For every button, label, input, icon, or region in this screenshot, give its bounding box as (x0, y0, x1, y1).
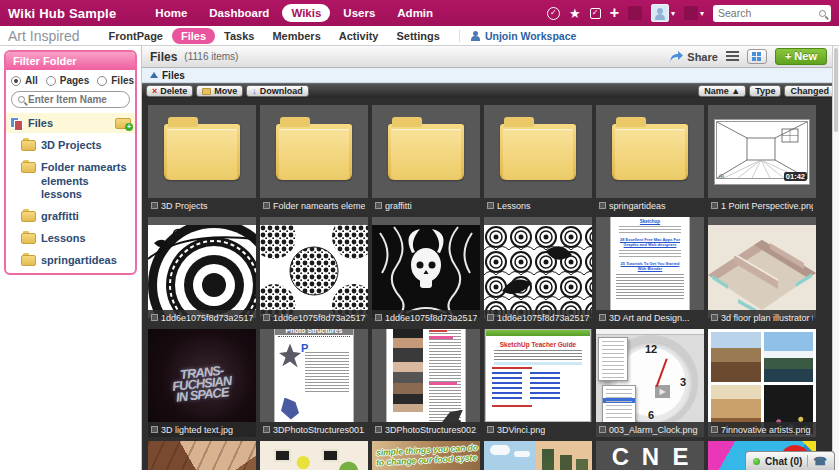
tab-frontpage[interactable]: FrontPage (100, 28, 172, 44)
tab-tasks[interactable]: Tasks (215, 28, 263, 44)
move-label: Move (214, 86, 237, 96)
radio-files[interactable] (97, 76, 107, 86)
file-tile[interactable]: 12 3 6 ▶ 003_Alarm_Clock.png (596, 329, 704, 437)
nav-wikis[interactable]: Wikis (282, 4, 330, 22)
phone-icon[interactable]: ☎ (813, 456, 827, 467)
tree-folder-graffitti[interactable]: graffitti (11, 206, 130, 228)
tasks-check-icon[interactable]: ✓ (590, 8, 601, 19)
tile-checkbox[interactable] (263, 314, 270, 321)
tile-checkbox[interactable] (599, 314, 606, 321)
unjoin-workspace-button[interactable]: Unjoin Workspace (459, 30, 576, 42)
avatar[interactable] (651, 4, 669, 22)
file-tile[interactable]: 1dd6e1075f8d73a2517e82... (260, 217, 368, 325)
breadcrumb-files[interactable]: Files (162, 70, 185, 81)
tile-checkbox[interactable] (151, 202, 158, 209)
tile-checkbox[interactable] (711, 202, 718, 209)
nav-home[interactable]: Home (146, 4, 196, 22)
tile-checkbox[interactable] (375, 426, 382, 433)
file-tile[interactable]: springartideas (596, 105, 704, 213)
chat-bar[interactable]: Chat (0) ☎ (745, 451, 835, 470)
tab-settings[interactable]: Settings (388, 28, 449, 44)
sort-changed-button[interactable]: Changed (784, 85, 835, 97)
tile-checkbox[interactable] (151, 314, 158, 321)
search-input[interactable] (718, 7, 819, 19)
file-tile[interactable] (484, 441, 592, 470)
file-tile[interactable]: Sketchup 28 Excellent Free Mac Apps For … (596, 217, 704, 325)
tile-checkbox[interactable] (263, 202, 270, 209)
new-button[interactable]: + New (775, 48, 827, 65)
tree-folder-namearts[interactable]: Folder namearts elements lessons (11, 157, 130, 206)
file-tile[interactable]: 1dd6e1075f8d73a2517e82... (372, 217, 480, 325)
add-icon[interactable]: + (610, 6, 619, 20)
tab-activity[interactable]: Activity (330, 28, 388, 44)
sort-name-button[interactable]: Name ▲ (698, 85, 746, 97)
tile-checkbox[interactable] (151, 426, 158, 433)
add-folder-icon[interactable] (115, 118, 131, 129)
tile-checkbox[interactable] (375, 202, 382, 209)
file-tile[interactable]: CTNZEC (596, 441, 704, 470)
delete-button[interactable]: ×Delete (146, 85, 193, 97)
tab-members[interactable]: Members (263, 28, 329, 44)
file-tile[interactable]: 3D Projects (148, 105, 256, 213)
download-button[interactable]: ↓Download (246, 85, 309, 97)
tile-checkbox[interactable] (375, 314, 382, 321)
tile-checkbox[interactable] (599, 426, 606, 433)
apps-swatch-icon[interactable] (628, 6, 642, 20)
file-tile[interactable]: 7innovative artists.png (708, 329, 816, 437)
file-tile[interactable] (148, 441, 256, 470)
radio-all-label[interactable]: All (25, 75, 38, 86)
file-tile[interactable]: 1dd6e1075f8d73a2517e82... (148, 217, 256, 325)
sort-type-button[interactable]: Type (749, 85, 781, 97)
share-button[interactable]: Share (670, 51, 718, 63)
tile-label-bar: Folder namearts elements l... (260, 198, 368, 213)
tile-checkbox[interactable] (599, 202, 606, 209)
tree-folder-3d-projects[interactable]: 3D Projects (11, 135, 130, 157)
files-panel: Files (1116 items) Share + New Files ×De… (142, 46, 839, 470)
favorites-icon[interactable]: ★ (569, 7, 581, 20)
radio-pages-label[interactable]: Pages (60, 75, 89, 86)
move-button[interactable]: Move (196, 85, 243, 97)
radio-files-label[interactable]: Files (111, 75, 134, 86)
file-tile[interactable]: ⊕ 01:42 1 Point Perspective.png (708, 105, 816, 213)
workspace-menu[interactable]: ▾ (684, 6, 704, 20)
nav-admin[interactable]: Admin (388, 4, 442, 22)
file-tile[interactable]: 3DPhotoStructures002.jpg (372, 329, 480, 437)
search-icon[interactable] (819, 10, 826, 17)
folder-up-icon[interactable] (150, 72, 158, 78)
doodle-art (260, 225, 368, 318)
item-search-input[interactable] (28, 94, 123, 105)
tile-checkbox[interactable] (487, 202, 494, 209)
file-tile[interactable]: Lessons (484, 105, 592, 213)
recent-icon[interactable]: ✓ (547, 7, 560, 20)
tree-folder-springartideas[interactable]: springartideas (11, 250, 130, 272)
workspace-swatch-icon[interactable] (684, 6, 698, 20)
tile-checkbox[interactable] (711, 314, 718, 321)
file-tile[interactable]: 1dd6e1075f8d73a2517e82... (484, 217, 592, 325)
scrollbar-thumb[interactable] (834, 48, 838, 132)
radio-all[interactable] (11, 76, 21, 86)
tile-checkbox[interactable] (487, 314, 494, 321)
nav-dashboard[interactable]: Dashboard (200, 4, 278, 22)
file-thumbnail (484, 441, 592, 470)
radio-pages[interactable] (46, 76, 56, 86)
scrollbar-track[interactable] (832, 46, 839, 470)
tile-checkbox[interactable] (711, 426, 718, 433)
file-tile[interactable]: Folder namearts elements l... (260, 105, 368, 213)
file-tile[interactable]: graffitti (372, 105, 480, 213)
file-tile[interactable]: SketchUp Teacher Guide 3DVinci.png (484, 329, 592, 437)
file-tile[interactable] (260, 441, 368, 470)
file-tile[interactable]: TRANS-FUCHSIANIN SPACE 3D lighted text.j… (148, 329, 256, 437)
file-tile[interactable]: Photo Structures P 3DPhotoStructures001.… (260, 329, 368, 437)
tab-files[interactable]: Files (172, 28, 215, 44)
tree-folder-lessons[interactable]: Lessons (11, 228, 130, 250)
file-tile[interactable]: simple things you can doto change our fo… (372, 441, 480, 470)
tree-root-files[interactable]: Files (6, 113, 135, 133)
file-tile[interactable]: 3d floor plan illustrator thu... (708, 217, 816, 325)
tile-checkbox[interactable] (487, 426, 494, 433)
grid-view-button[interactable] (747, 49, 767, 64)
nav-users[interactable]: Users (334, 4, 384, 22)
account-menu[interactable]: ▾ (651, 4, 675, 22)
folder-icon (21, 233, 36, 244)
list-view-icon[interactable] (726, 51, 739, 62)
tile-checkbox[interactable] (263, 426, 270, 433)
